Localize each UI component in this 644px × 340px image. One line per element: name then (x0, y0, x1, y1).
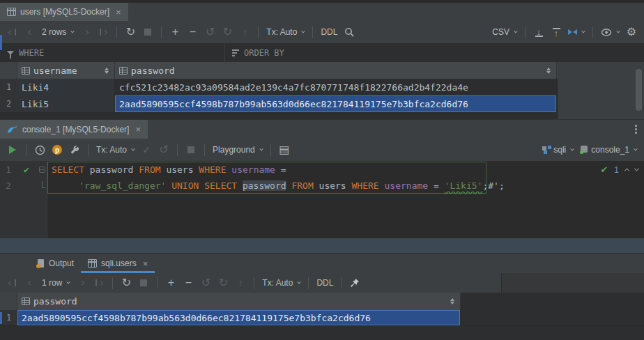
divider (312, 26, 313, 38)
csv-format-dropdown[interactable]: CSV (492, 25, 517, 39)
bottom-tab-bar: Output sqli.users × (0, 253, 644, 273)
tab-users-results[interactable]: users [MySQL5-Docker] × (0, 3, 128, 21)
divider (26, 144, 26, 156)
output-result-grid: password 1 2aad5890595ccf4598b787b99ab56… (0, 293, 644, 325)
session-dropdown[interactable]: console_1 (580, 143, 637, 157)
tab-label: console_1 [MySQL5-Docker] (22, 125, 129, 134)
fold-end-icon[interactable] (42, 181, 45, 188)
close-icon[interactable]: × (116, 8, 121, 17)
ddl-button[interactable]: DDL (321, 25, 337, 39)
cell-username[interactable]: Liki5 (17, 95, 115, 112)
bottom-toolbar: 1 row ↻ + − ↺ ↻ ↑ Tx: Auto DDL (0, 273, 644, 293)
delete-row-button[interactable]: − (187, 25, 198, 39)
view-options-eye-icon[interactable] (601, 25, 620, 39)
more-options-icon[interactable] (635, 125, 637, 134)
output-layout-icon[interactable]: ▤ (279, 143, 290, 157)
previous-problem-icon[interactable] (624, 168, 629, 173)
inspections-widget[interactable]: ✔ 1 (600, 164, 638, 175)
last-page-button[interactable] (98, 25, 109, 39)
run-button[interactable] (7, 143, 18, 157)
chevron-left-icon (8, 280, 13, 285)
refresh-icon[interactable]: ↻ (121, 276, 132, 290)
rollback-icon[interactable]: ↺ (158, 143, 169, 157)
import-data-icon[interactable]: ↑ (551, 25, 562, 39)
panel-splitter[interactable] (0, 238, 644, 253)
next-page-button[interactable] (80, 25, 91, 39)
undo-icon[interactable]: ↺ (204, 25, 215, 39)
submit-icon[interactable]: ↑ (239, 25, 250, 39)
grid-empty-area (0, 112, 558, 119)
stop-button[interactable] (185, 143, 197, 157)
sql-editor[interactable]: 1 2 ✔ SELECT password FROM users WHERE u… (0, 161, 644, 238)
bar-icon (15, 29, 16, 36)
bar-icon (95, 279, 97, 286)
delete-row-button[interactable]: − (183, 276, 194, 290)
rows-count-dropdown[interactable]: 1 row (42, 276, 70, 290)
stop-button[interactable] (138, 276, 149, 290)
compare-data-icon[interactable] (568, 25, 585, 39)
stop-icon (144, 29, 151, 36)
cell-password[interactable]: cfc521c23482ac93a09584ad2e139c4a7fc87077… (115, 79, 557, 95)
cell-password-selected[interactable]: 2aad5890595ccf4598b787b99ab563d0d66ec821… (115, 95, 557, 112)
tab-sqli-users-result[interactable]: sqli.users × (81, 254, 155, 273)
column-header-password[interactable]: password (115, 62, 557, 79)
order-by-filter[interactable]: ORDER BY (225, 48, 284, 58)
grid-header-row: password (0, 293, 461, 310)
where-filter[interactable]: WHERE (0, 43, 225, 62)
selection-scroll-marker (0, 35, 2, 50)
tx-mode-dropdown[interactable]: Tx: Auto (96, 143, 135, 157)
search-icon[interactable] (344, 25, 355, 39)
session-icon (580, 146, 589, 154)
divider (525, 26, 526, 38)
sort-arrows-icon[interactable] (450, 298, 454, 304)
divider (270, 144, 271, 156)
close-icon[interactable]: × (143, 259, 148, 268)
export-data-icon[interactable]: ↓ (533, 25, 544, 39)
tab-output[interactable]: Output (29, 254, 81, 273)
chevron-down-icon (67, 280, 71, 284)
undo-icon[interactable]: ↺ (200, 276, 211, 290)
add-row-button[interactable]: + (165, 276, 176, 290)
tx-mode-dropdown[interactable]: Tx: Auto (262, 276, 300, 290)
add-row-button[interactable]: + (169, 25, 181, 39)
ddl-button[interactable]: DDL (316, 276, 333, 290)
sort-arrows-icon[interactable] (105, 68, 109, 74)
playground-mode-dropdown[interactable]: Playground (213, 143, 263, 157)
history-icon[interactable] (34, 143, 45, 157)
revert-icon[interactable]: ↻ (222, 25, 233, 39)
submit-icon[interactable]: ↑ (235, 276, 246, 290)
grid-header-row: username password (0, 62, 558, 79)
first-page-button[interactable] (7, 276, 18, 290)
gear-icon[interactable]: ⚙ (626, 25, 637, 39)
sort-arrows-icon[interactable] (546, 68, 551, 74)
next-page-button[interactable] (76, 276, 87, 290)
chevron-down-icon (259, 147, 263, 151)
tx-mode-dropdown[interactable]: Tx: Auto (266, 25, 305, 39)
toolbar-end-area (501, 273, 644, 293)
pin-tab-icon[interactable] (349, 276, 360, 290)
revert-icon[interactable]: ↻ (217, 276, 229, 290)
column-header-username[interactable]: username (17, 62, 115, 79)
next-problem-icon[interactable] (634, 167, 639, 171)
tab-console[interactable]: console_1 [MySQL5-Docker] × (0, 120, 148, 139)
column-header-password[interactable]: password (17, 293, 461, 310)
last-page-button[interactable] (93, 276, 105, 290)
previous-page-button[interactable] (24, 276, 36, 290)
cell-username[interactable]: Liki4 (17, 79, 115, 95)
stop-button[interactable] (142, 25, 153, 39)
previous-page-button[interactable] (24, 25, 36, 39)
divider (88, 144, 89, 156)
refresh-icon[interactable]: ↻ (125, 25, 136, 39)
close-icon[interactable]: × (135, 125, 141, 134)
commit-icon[interactable]: ✓ (141, 143, 152, 157)
parameters-icon[interactable]: p (52, 143, 63, 157)
schema-dropdown[interactable]: sqli (542, 143, 574, 157)
vertical-scrollbar[interactable] (636, 69, 642, 111)
tab-label: Output (49, 258, 74, 268)
cell-password-selected[interactable]: 2aad5890595ccf4598b787b99ab563d0d66ec821… (17, 310, 461, 325)
rows-count-dropdown[interactable]: 2 rows (42, 25, 74, 39)
first-page-button[interactable] (7, 25, 18, 39)
settings-wrench-icon[interactable] (69, 143, 80, 157)
where-label: WHERE (19, 48, 44, 58)
fold-start-icon[interactable] (39, 167, 45, 173)
